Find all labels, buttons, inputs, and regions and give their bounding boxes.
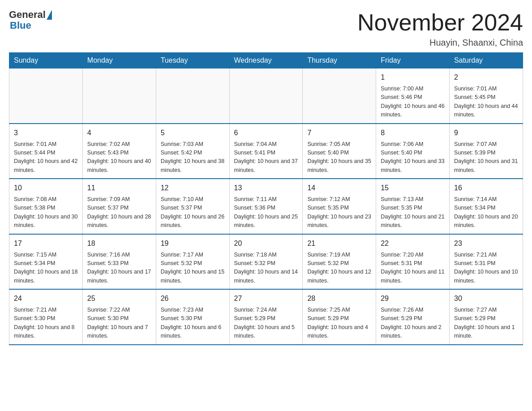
calendar-cell: 27Sunrise: 7:24 AMSunset: 5:29 PMDayligh… xyxy=(229,289,303,345)
sun-info: Sunrise: 7:05 AMSunset: 5:40 PMDaylight:… xyxy=(307,140,371,175)
day-number: 23 xyxy=(454,238,518,249)
sun-info: Sunrise: 7:00 AMSunset: 5:46 PMDaylight:… xyxy=(381,85,445,120)
day-number: 13 xyxy=(234,183,298,193)
page-header: General Blue November 2024 Huayin, Shaan… xyxy=(9,9,523,48)
sun-info: Sunrise: 7:21 AMSunset: 5:30 PMDaylight:… xyxy=(14,306,78,341)
calendar-cell: 13Sunrise: 7:11 AMSunset: 5:36 PMDayligh… xyxy=(229,179,303,234)
calendar-cell: 25Sunrise: 7:22 AMSunset: 5:30 PMDayligh… xyxy=(82,289,156,345)
calendar-cell: 23Sunrise: 7:21 AMSunset: 5:31 PMDayligh… xyxy=(450,234,523,290)
day-number: 1 xyxy=(381,72,445,83)
calendar-cell xyxy=(82,68,156,124)
day-number: 4 xyxy=(87,128,151,138)
logo: General Blue xyxy=(9,9,52,31)
sun-info: Sunrise: 7:03 AMSunset: 5:42 PMDaylight:… xyxy=(161,140,225,175)
sun-info: Sunrise: 7:27 AMSunset: 5:29 PMDaylight:… xyxy=(454,306,518,341)
day-number: 5 xyxy=(161,128,225,138)
location-text: Huayin, Shaanxi, China xyxy=(357,38,523,48)
day-number: 21 xyxy=(307,238,371,249)
day-number: 26 xyxy=(161,293,225,304)
calendar-cell: 3Sunrise: 7:01 AMSunset: 5:44 PMDaylight… xyxy=(9,124,83,179)
sun-info: Sunrise: 7:08 AMSunset: 5:38 PMDaylight:… xyxy=(14,195,78,230)
sun-info: Sunrise: 7:15 AMSunset: 5:34 PMDaylight:… xyxy=(14,251,78,286)
sun-info: Sunrise: 7:22 AMSunset: 5:30 PMDaylight:… xyxy=(87,306,151,341)
day-number: 19 xyxy=(161,238,225,249)
day-number: 28 xyxy=(307,293,371,304)
sun-info: Sunrise: 7:07 AMSunset: 5:39 PMDaylight:… xyxy=(454,140,518,175)
sun-info: Sunrise: 7:02 AMSunset: 5:43 PMDaylight:… xyxy=(87,140,151,175)
day-header-friday: Friday xyxy=(376,53,450,68)
day-number: 10 xyxy=(14,183,78,193)
calendar-week-3: 10Sunrise: 7:08 AMSunset: 5:38 PMDayligh… xyxy=(9,179,523,234)
calendar-cell xyxy=(229,68,303,124)
calendar-cell: 5Sunrise: 7:03 AMSunset: 5:42 PMDaylight… xyxy=(156,124,229,179)
sun-info: Sunrise: 7:23 AMSunset: 5:30 PMDaylight:… xyxy=(161,306,225,341)
day-number: 2 xyxy=(454,72,518,83)
month-title: November 2024 xyxy=(357,9,523,36)
day-number: 7 xyxy=(307,128,371,138)
sun-info: Sunrise: 7:24 AMSunset: 5:29 PMDaylight:… xyxy=(234,306,298,341)
calendar-cell: 20Sunrise: 7:18 AMSunset: 5:32 PMDayligh… xyxy=(229,234,303,290)
day-number: 25 xyxy=(87,293,151,304)
sun-info: Sunrise: 7:14 AMSunset: 5:34 PMDaylight:… xyxy=(454,195,518,230)
sun-info: Sunrise: 7:06 AMSunset: 5:40 PMDaylight:… xyxy=(381,140,445,175)
day-header-tuesday: Tuesday xyxy=(156,53,229,68)
sun-info: Sunrise: 7:20 AMSunset: 5:31 PMDaylight:… xyxy=(381,251,445,286)
calendar-cell xyxy=(156,68,229,124)
day-number: 20 xyxy=(234,238,298,249)
sun-info: Sunrise: 7:01 AMSunset: 5:44 PMDaylight:… xyxy=(14,140,78,175)
day-number: 11 xyxy=(87,183,151,193)
calendar-week-1: 1Sunrise: 7:00 AMSunset: 5:46 PMDaylight… xyxy=(9,68,523,124)
sun-info: Sunrise: 7:04 AMSunset: 5:41 PMDaylight:… xyxy=(234,140,298,175)
sun-info: Sunrise: 7:10 AMSunset: 5:37 PMDaylight:… xyxy=(161,195,225,230)
calendar-week-2: 3Sunrise: 7:01 AMSunset: 5:44 PMDaylight… xyxy=(9,124,523,179)
calendar-cell: 17Sunrise: 7:15 AMSunset: 5:34 PMDayligh… xyxy=(9,234,83,290)
calendar-cell xyxy=(9,68,83,124)
calendar-cell: 10Sunrise: 7:08 AMSunset: 5:38 PMDayligh… xyxy=(9,179,83,234)
calendar-cell: 26Sunrise: 7:23 AMSunset: 5:30 PMDayligh… xyxy=(156,289,229,345)
day-number: 12 xyxy=(161,183,225,193)
day-number: 16 xyxy=(454,183,518,193)
logo-triangle-icon xyxy=(47,10,52,20)
calendar-cell: 4Sunrise: 7:02 AMSunset: 5:43 PMDaylight… xyxy=(82,124,156,179)
day-number: 18 xyxy=(87,238,151,249)
calendar-cell: 18Sunrise: 7:16 AMSunset: 5:33 PMDayligh… xyxy=(82,234,156,290)
day-number: 24 xyxy=(14,293,78,304)
sun-info: Sunrise: 7:09 AMSunset: 5:37 PMDaylight:… xyxy=(87,195,151,230)
calendar-table: SundayMondayTuesdayWednesdayThursdayFrid… xyxy=(9,52,523,345)
calendar-cell: 29Sunrise: 7:26 AMSunset: 5:29 PMDayligh… xyxy=(376,289,450,345)
sun-info: Sunrise: 7:26 AMSunset: 5:29 PMDaylight:… xyxy=(381,306,445,341)
day-number: 14 xyxy=(307,183,371,193)
calendar-cell: 11Sunrise: 7:09 AMSunset: 5:37 PMDayligh… xyxy=(82,179,156,234)
day-number: 8 xyxy=(381,128,445,138)
calendar-cell: 24Sunrise: 7:21 AMSunset: 5:30 PMDayligh… xyxy=(9,289,83,345)
title-section: November 2024 Huayin, Shaanxi, China xyxy=(357,9,523,48)
day-number: 15 xyxy=(381,183,445,193)
logo-general-text: General xyxy=(9,9,46,21)
day-header-saturday: Saturday xyxy=(450,53,523,68)
day-header-wednesday: Wednesday xyxy=(229,53,303,68)
calendar-week-5: 24Sunrise: 7:21 AMSunset: 5:30 PMDayligh… xyxy=(9,289,523,345)
day-number: 9 xyxy=(454,128,518,138)
day-number: 17 xyxy=(14,238,78,249)
day-header-sunday: Sunday xyxy=(9,53,83,68)
calendar-cell: 22Sunrise: 7:20 AMSunset: 5:31 PMDayligh… xyxy=(376,234,450,290)
calendar-cell xyxy=(303,68,376,124)
sun-info: Sunrise: 7:11 AMSunset: 5:36 PMDaylight:… xyxy=(234,195,298,230)
sun-info: Sunrise: 7:25 AMSunset: 5:29 PMDaylight:… xyxy=(307,306,371,341)
calendar-cell: 21Sunrise: 7:19 AMSunset: 5:32 PMDayligh… xyxy=(303,234,376,290)
calendar-cell: 28Sunrise: 7:25 AMSunset: 5:29 PMDayligh… xyxy=(303,289,376,345)
sun-info: Sunrise: 7:13 AMSunset: 5:35 PMDaylight:… xyxy=(381,195,445,230)
sun-info: Sunrise: 7:21 AMSunset: 5:31 PMDaylight:… xyxy=(454,251,518,286)
calendar-cell: 12Sunrise: 7:10 AMSunset: 5:37 PMDayligh… xyxy=(156,179,229,234)
calendar-cell: 19Sunrise: 7:17 AMSunset: 5:32 PMDayligh… xyxy=(156,234,229,290)
logo-blue-text: Blue xyxy=(10,20,31,31)
day-number: 30 xyxy=(454,293,518,304)
day-header-monday: Monday xyxy=(82,53,156,68)
sun-info: Sunrise: 7:18 AMSunset: 5:32 PMDaylight:… xyxy=(234,251,298,286)
day-number: 3 xyxy=(14,128,78,138)
day-number: 22 xyxy=(381,238,445,249)
sun-info: Sunrise: 7:12 AMSunset: 5:35 PMDaylight:… xyxy=(307,195,371,230)
day-number: 6 xyxy=(234,128,298,138)
sun-info: Sunrise: 7:16 AMSunset: 5:33 PMDaylight:… xyxy=(87,251,151,286)
calendar-week-4: 17Sunrise: 7:15 AMSunset: 5:34 PMDayligh… xyxy=(9,234,523,290)
